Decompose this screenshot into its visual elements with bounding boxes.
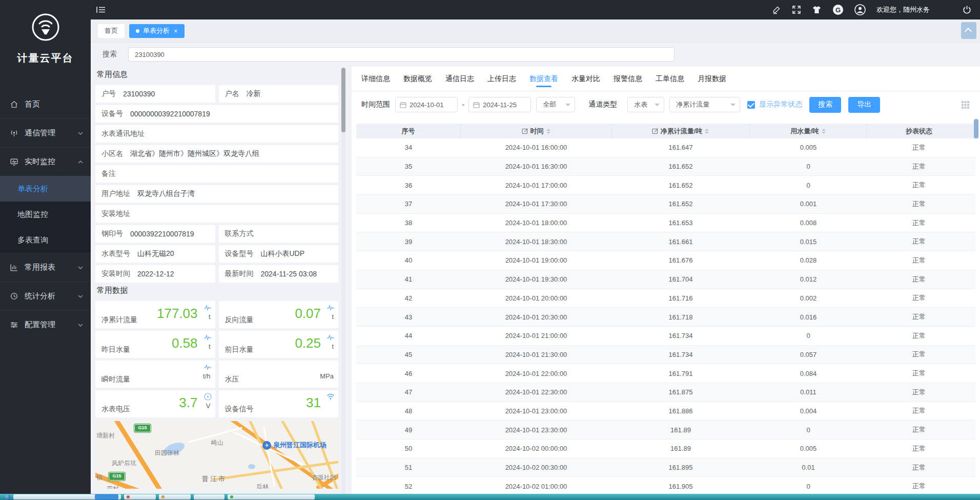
table-header: 序号时间净累计流量/吨用水量/吨抄表状态 [356,124,975,138]
sidebar-item-home[interactable]: 首页 [0,90,91,118]
card-label: 水压 [225,375,239,384]
export-button[interactable]: 导出 [848,97,880,113]
map-label: 塘新村 [96,431,115,440]
table-cell: 161.647 [611,144,750,151]
detail-tab-0[interactable]: 详细信息 [361,67,390,91]
theme-shirt-icon[interactable] [812,6,822,14]
field-row: 用户地址双龙寺八组台子湾 [95,185,338,203]
field-box: 联系方式 [219,225,339,243]
metric-select[interactable]: 净累计流量 [669,97,740,112]
table-cell: 35 [356,163,461,170]
detail-tab-5[interactable]: 水量对比 [571,67,600,91]
close-icon[interactable]: × [174,27,178,35]
left-panel-scrollbar[interactable] [341,68,345,494]
taskbar-window-button[interactable] [124,494,156,499]
home-icon [9,100,18,109]
channel-value: 水表 [634,100,647,109]
abnormal-status-checkbox[interactable] [747,101,755,109]
table-cell: 44 [356,332,461,339]
start-button[interactable] [5,494,10,500]
abnormal-status-label[interactable]: 显示异常状态 [759,100,802,109]
granularity-select[interactable]: 全部 [536,97,575,112]
taskbar-window-button[interactable] [228,494,315,499]
field-row: 小区名湖北省》随州市》随州城区》双龙寺八组 [95,145,338,163]
table-cell: 2024-10-01 16:30:00 [461,163,611,170]
detail-tab-6[interactable]: 报警信息 [614,67,642,91]
meter-info-panel: 常用信息 户号23100390户名冷新设备号000000003922100078… [95,69,338,494]
table-cell: 0 [750,332,867,339]
sidebar-item-common-reports[interactable]: 常用报表 [0,253,91,282]
power-icon[interactable] [962,5,972,15]
date-range-label: 时间范围 [361,100,390,109]
detail-tab-7[interactable]: 工单信息 [656,67,684,91]
detail-tab-1[interactable]: 数据概览 [403,67,432,91]
svg-text:G: G [835,6,841,14]
date-from-input[interactable]: 2024-10-01 [395,97,458,112]
map[interactable]: 塘新村田园张林崎山风炉后坑镇晋江市后林杏坂社区霞村G15G15✈泉州晋江国际机场 [95,421,338,489]
bar-chart-icon [9,263,18,272]
table-cell: 161.89 [611,445,750,452]
chevron-down-icon [730,104,736,106]
scroll-up-button[interactable] [961,22,976,39]
data-card: 水压MPa [219,361,339,388]
column-header-1[interactable]: 时间 [461,124,611,138]
detail-tab-4[interactable]: 数据查看 [529,67,558,91]
table-scrollbar-thumb[interactable] [974,119,978,138]
search-input[interactable] [128,47,675,62]
table-cell: 正常 [867,293,971,303]
sidebar-item-realtime-monitor[interactable]: 实时监控 [0,147,91,176]
table-cell: 正常 [867,143,971,152]
sidebar-item-statistics[interactable]: 统计分析 [0,282,91,310]
map-label: 霞村 [107,485,119,489]
table-cell: 161.652 [611,200,750,208]
table-row: 422024-10-01 20:00:00161.7160.002正常 [356,289,975,308]
field-row: 户号23100390户名冷新 [95,85,338,103]
search-button[interactable]: 搜索 [809,97,841,113]
table-row: 462024-10-01 22:00:00161.7910.084正常 [356,364,975,383]
table-cell: 38 [356,219,461,227]
scrollbar-thumb[interactable] [341,68,345,132]
user-avatar-icon[interactable] [854,4,866,15]
detail-tab-3[interactable]: 上传日志 [487,67,516,91]
detail-tab-8[interactable]: 月报数据 [698,67,726,91]
sort-icon[interactable] [546,129,550,134]
channel-type-label: 通道类型 [588,100,617,109]
search-label: 搜索 [103,50,117,59]
field-label: 设备型号 [225,249,254,258]
fullscreen-icon[interactable] [792,5,801,14]
sort-icon[interactable] [822,129,826,134]
taskbar-window-button[interactable] [194,494,224,499]
table-cell: 161.653 [611,219,750,227]
column-header-3[interactable]: 用水量/吨 [750,124,867,138]
field-label: 设备号 [101,109,123,118]
sort-icon[interactable] [705,129,709,134]
grid-view-icon[interactable] [961,101,970,109]
taskbar-window-button[interactable] [13,494,121,499]
sidebar-item-single-meter-analysis[interactable]: 单表分析 [0,176,91,202]
sidebar-item-map-monitor[interactable]: 地图监控 [0,202,91,227]
column-label: 抄表状态 [906,127,932,136]
detail-tab-2[interactable]: 通信日志 [445,67,474,91]
date-to-input[interactable]: 2024-11-25 [468,97,531,112]
column-header-2[interactable]: 净累计流量/吨 [611,124,750,138]
sidebar-item-communication[interactable]: 通信管理 [0,118,91,147]
taskbar-window-button[interactable] [159,494,191,499]
tab-home[interactable]: 首页 [98,24,125,38]
sidebar-item-multi-meter-query[interactable]: 多表查询 [0,227,91,253]
channel-select[interactable]: 水表 [627,97,664,112]
tab-single-meter-analysis[interactable]: 单表分析× [129,24,185,38]
sidebar-item-configuration[interactable]: 配置管理 [0,310,91,339]
table-cell: 0.016 [750,313,867,321]
table-cell: 正常 [867,463,971,472]
table-row: 512024-10-02 00:30:00161.8950.01正常 [356,458,975,477]
pulse-icon [203,304,212,313]
g-badge-icon[interactable]: G [832,4,844,15]
field-label: 安装时间 [101,269,130,278]
collapse-menu-icon[interactable] [96,5,106,14]
card-label: 前日水量 [225,345,254,354]
edit-pencil-icon[interactable] [772,5,781,14]
signal-icon [326,393,335,402]
sidebar-submenu: 单表分析地图监控多表查询 [0,176,91,253]
table-cell: 0.004 [750,407,867,415]
navbar-actions: G 欢迎您，随州水务 [772,4,980,15]
